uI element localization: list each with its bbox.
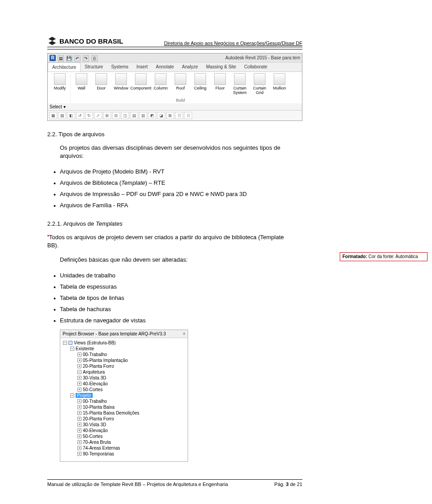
ib-10[interactable]: ▤ [130, 112, 138, 119]
section-2-2-1-title: 2.2.1. Arquivos de Templates [47, 220, 302, 227]
tab-annotate[interactable]: Annotate [152, 62, 178, 71]
expander-icon[interactable]: + [77, 399, 81, 403]
tool-curtain-grid[interactable]: Curtain Grid [251, 73, 269, 95]
tree-node[interactable]: +70-Area Bruta [63, 439, 187, 445]
tool-mullion[interactable]: Mullion [270, 73, 288, 95]
tree-node[interactable]: −Arquitetura [63, 369, 187, 375]
tool-component[interactable]: Component [132, 73, 150, 95]
tree-label: 30-Vista 3D [83, 422, 106, 427]
tab-structure[interactable]: Structure [81, 62, 107, 71]
tree-node[interactable]: +90-Temporárias [63, 451, 187, 457]
tree-label: 50-Cortes [83, 434, 103, 439]
tree-label: Projeto [76, 393, 93, 398]
ib-11[interactable]: ▥ [139, 112, 147, 119]
tool-modify[interactable]: Modify [51, 73, 69, 90]
qat: ▤ 💾 ↶ ↷ ⎙ [58, 54, 98, 62]
expander-icon[interactable]: + [77, 411, 81, 415]
ib-7[interactable]: ⊞ [103, 112, 111, 119]
expander-icon[interactable]: + [77, 364, 81, 368]
tree-node[interactable]: +00-Trabalho [63, 352, 187, 357]
tool-curtain-system[interactable]: Curtain System [231, 73, 249, 95]
tree-node[interactable]: +40-Elevação [63, 381, 187, 387]
tool-label: Roof [176, 86, 184, 90]
expander-icon[interactable]: − [77, 370, 81, 374]
tree-node[interactable]: +20-Planta Forro [63, 416, 187, 422]
qat-save-icon[interactable]: 💾 [66, 55, 72, 62]
tree-node[interactable]: −Projeto [63, 392, 187, 398]
ib-15[interactable]: ⍂ [175, 112, 183, 119]
list-item: Tabela de tipos de linhas [60, 293, 302, 304]
expander-icon[interactable]: + [77, 434, 81, 438]
expander-icon[interactable]: + [77, 428, 81, 433]
ib-5[interactable]: ↻ [85, 112, 93, 119]
tool-label: Modify [54, 86, 66, 90]
tree-label: 50-Cortes [83, 387, 103, 392]
tree-label: 10-Planta Baixa [83, 405, 115, 410]
brand-text: BANCO DO BRASIL [59, 37, 123, 45]
tree-node[interactable]: −Views (Estrutura-BB) [63, 340, 187, 346]
tool-ceiling[interactable]: Ceiling [191, 73, 209, 95]
qat-print-icon[interactable]: ⎙ [91, 55, 98, 62]
expander-icon[interactable]: + [77, 440, 81, 444]
ib-12[interactable]: ◩ [148, 112, 156, 119]
expander-icon[interactable]: + [77, 352, 81, 357]
tab-collaborate[interactable]: Collaborate [240, 62, 271, 71]
tree-label: 30-Vista 3D [83, 375, 106, 380]
ib-4[interactable]: ↺ [76, 112, 84, 119]
document-body: 2.2. Tipos de arquivos Os projetos das d… [47, 131, 302, 462]
ib-6[interactable]: ⤢ [94, 112, 102, 119]
tool-window[interactable]: Window [112, 73, 130, 95]
expander-icon[interactable]: + [77, 423, 81, 427]
qat-undo-icon[interactable]: ↶ [74, 55, 81, 62]
tool-label: Ceiling [194, 86, 207, 90]
tool-wall[interactable]: Wall [72, 73, 90, 95]
tree-node[interactable]: +15-Planta Baixa Demolições [63, 410, 187, 416]
ib-1[interactable]: ▦ [49, 112, 57, 119]
tab-systems[interactable]: Systems [107, 62, 132, 71]
ib-13[interactable]: ◪ [157, 112, 165, 119]
tree-node[interactable]: +05-Planta Implantação [63, 357, 187, 363]
expander-icon[interactable]: + [77, 452, 81, 456]
tool-floor[interactable]: Floor [211, 73, 229, 95]
expander-icon[interactable]: + [77, 358, 81, 362]
tree-node[interactable]: −Existente [63, 346, 187, 352]
ib-14[interactable]: ⊠ [166, 112, 174, 119]
expander-icon[interactable]: + [77, 376, 81, 380]
page-footer: Manual de utilização de Template Revit B… [47, 479, 302, 487]
ib-8[interactable]: ⊟ [112, 112, 120, 119]
expander-icon[interactable]: + [77, 446, 81, 450]
tab-analyze[interactable]: Analyze [178, 62, 202, 71]
tree-node[interactable]: +30-Vista 3D [63, 422, 187, 428]
close-icon[interactable]: × [183, 331, 185, 336]
tree-node[interactable]: +00-Trabalho [63, 398, 187, 404]
select-panel[interactable]: Select ▾ [48, 103, 302, 110]
tool-roof[interactable]: Roof [171, 73, 189, 95]
tree-node[interactable]: +74-Areas Externas [63, 445, 187, 451]
list-item: Tabela de espessuras [60, 281, 302, 293]
ib-2[interactable]: ▧ [58, 112, 66, 119]
expander-icon[interactable]: − [70, 347, 74, 351]
ib-3[interactable]: ◧ [67, 112, 75, 119]
tree-node[interactable]: +10-Planta Baixa [63, 404, 187, 410]
tab-insert[interactable]: Insert [132, 62, 152, 71]
expander-icon[interactable]: + [77, 417, 81, 421]
tree-node[interactable]: +50-Cortes [63, 433, 187, 439]
tree-node[interactable]: +20-Planta Forro [63, 363, 187, 369]
qat-redo-icon[interactable]: ↷ [83, 55, 89, 62]
expander-icon[interactable]: − [70, 393, 74, 397]
tree-node[interactable]: +30-Vista 3D [63, 375, 187, 381]
tool-column[interactable]: Column [152, 73, 170, 95]
expander-icon[interactable]: + [77, 405, 81, 409]
tool-door[interactable]: Door [92, 73, 110, 95]
tab-architecture[interactable]: Architecture [48, 62, 81, 71]
ib-9[interactable]: ◫ [121, 112, 129, 119]
expander-icon[interactable]: + [77, 388, 81, 392]
tab-massing-site[interactable]: Massing & Site [202, 62, 240, 71]
qat-open-icon[interactable]: ▤ [58, 55, 64, 62]
expander-icon[interactable]: − [63, 341, 67, 345]
tree-node[interactable]: +50-Cortes [63, 387, 187, 392]
ib-16[interactable]: ⍃ [184, 112, 192, 119]
tree-node[interactable]: +40-Elevação [63, 428, 187, 433]
tool-label: Mullion [273, 86, 286, 90]
expander-icon[interactable]: + [77, 382, 81, 386]
